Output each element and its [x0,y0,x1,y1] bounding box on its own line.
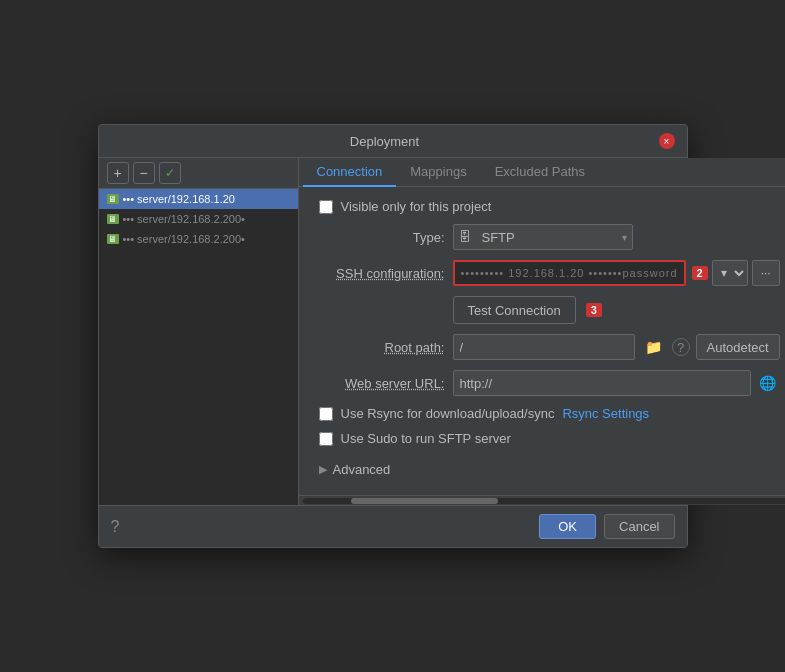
chevron-right-icon: ▶ [319,463,327,476]
url-label: Web server URL: [315,376,445,391]
horizontal-scrollbar[interactable] [299,495,786,505]
tab-connection[interactable]: Connection [303,158,397,187]
server-item[interactable]: 🖥 ••• server/192.168.2.200• [99,229,298,249]
ssh-select[interactable]: ▾ [712,260,748,286]
server-icon: 🖥 [107,214,119,224]
autodetect-button[interactable]: Autodetect [696,334,780,360]
server-item[interactable]: 🖥 ••• server/192.168.1.20 [99,189,298,209]
ok-button[interactable]: OK [539,514,596,539]
add-server-button[interactable]: + [107,162,129,184]
root-path-input[interactable] [453,334,635,360]
type-label: Type: [315,230,445,245]
root-path-controls: 📁 ? Autodetect [453,334,780,360]
root-path-row: Root path: 📁 ? Autodetect [315,334,780,360]
root-label: Root path: [315,340,445,355]
type-select[interactable]: SFTP [453,224,633,250]
connection-content: Visible only for this project Type: 🗄 SF… [299,187,786,495]
server-item-label: ••• server/192.168.2.200• [123,233,245,245]
confirm-button[interactable]: ✓ [159,162,181,184]
deployment-dialog: Deployment × + − ✓ 🖥 ••• server/192.168.… [98,124,688,548]
close-button[interactable]: × [659,133,675,149]
server-icon: 🖥 [107,194,119,204]
sudo-checkbox[interactable] [319,432,333,446]
advanced-row[interactable]: ▶ Advanced [315,456,780,483]
help-button[interactable]: ? [111,518,120,536]
globe-icon[interactable]: 🌐 [755,373,780,393]
bottom-bar: ? OK Cancel [99,505,687,547]
ssh-badge: 2 [692,266,708,280]
sudo-label: Use Sudo to run SFTP server [341,431,511,446]
scrollbar-track [303,498,786,504]
rsync-label: Use Rsync for download/upload/sync [341,406,555,421]
rsync-checkbox[interactable] [319,407,333,421]
cancel-button[interactable]: Cancel [604,514,674,539]
remove-server-button[interactable]: − [133,162,155,184]
ssh-more-button[interactable]: ··· [752,260,780,286]
tab-mappings[interactable]: Mappings [396,158,480,187]
title-bar: Deployment × [99,125,687,158]
tab-excluded-paths[interactable]: Excluded Paths [481,158,599,187]
test-badge: 3 [586,303,602,317]
web-server-url-row: Web server URL: 🌐 [315,370,780,396]
advanced-label: Advanced [333,462,391,477]
sudo-row: Use Sudo to run SFTP server [315,431,780,446]
test-connection-row: Test Connection 3 [315,296,780,324]
server-icon: 🖥 [107,234,119,244]
server-item[interactable]: 🖥 ••• server/192.168.2.200• [99,209,298,229]
dialog-title: Deployment [111,134,659,149]
server-list: 🖥 ••• server/192.168.1.20 🖥 ••• server/1… [99,189,299,309]
help-icon[interactable]: ? [672,338,690,356]
server-item-label: ••• server/192.168.2.200• [123,213,245,225]
ssh-config-row: SSH configuration: 2 ▾ ··· [315,260,780,286]
folder-icon[interactable]: 📁 [641,337,666,357]
visible-only-label: Visible only for this project [341,199,492,214]
test-connection-button[interactable]: Test Connection [453,296,576,324]
tabs: Connection Mappings Excluded Paths [299,158,786,187]
visible-only-checkbox[interactable] [319,200,333,214]
ssh-label: SSH configuration: [315,266,445,281]
sidebar: + − ✓ 🖥 ••• server/192.168.1.20 🖥 ••• se… [99,158,299,505]
visible-only-row: Visible only for this project [315,199,780,214]
type-row: Type: 🗄 SFTP ▾ [315,224,780,250]
sftp-icon: 🗄 [459,230,471,244]
bottom-buttons: OK Cancel [539,514,674,539]
rsync-settings-link[interactable]: Rsync Settings [562,406,649,421]
ssh-input[interactable] [453,260,686,286]
server-item-label: ••• server/192.168.1.20 [123,193,235,205]
url-controls: 🌐 [453,370,780,396]
url-input[interactable] [453,370,751,396]
type-select-wrapper: 🗄 SFTP ▾ [453,224,633,250]
ssh-config-wrapper: 2 ▾ ··· [453,260,780,286]
scrollbar-thumb [351,498,498,504]
toolbar: + − ✓ [99,158,298,189]
rsync-row: Use Rsync for download/upload/sync Rsync… [315,406,780,421]
